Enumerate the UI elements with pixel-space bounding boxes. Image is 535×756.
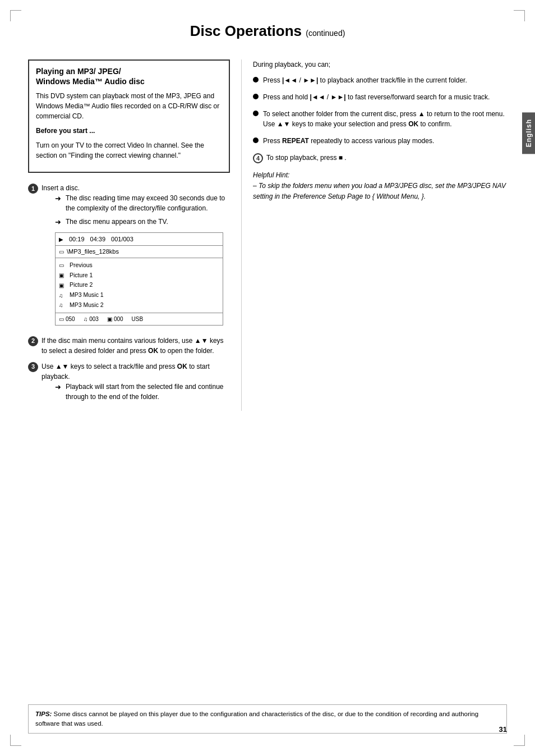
right-intro: During playback, you can; xyxy=(253,59,507,70)
corner-bl xyxy=(10,735,21,746)
helpful-hint: Helpful Hint: – To skip the folders menu… xyxy=(253,170,507,203)
file-folder-icon: ▭ xyxy=(59,261,67,269)
hint-title: Helpful Hint: xyxy=(253,170,507,181)
file-image-icon-2: ▣ xyxy=(59,281,67,290)
disc-status-image-val: 000 xyxy=(114,315,123,323)
step-1-content: Insert a disc. ➜ The disc reading time m… xyxy=(41,183,230,329)
bullet-2: Press and hold |◄◄ / ►►| to fast reverse… xyxy=(253,92,507,102)
disc-status-row: ▭ 050 ♫ 003 ▣ 000 xyxy=(56,313,223,325)
disc-file-music2: ♫ MP3 Music 2 xyxy=(59,300,219,310)
file-pic2-label: Picture 2 xyxy=(70,281,93,290)
page-title: Disc Operations (continued) xyxy=(0,17,535,48)
section-title: Playing an MP3/ JPEG/ Windows Media™ Aud… xyxy=(36,66,222,86)
folder-icon-main: ▭ xyxy=(59,248,64,256)
file-previous-label: Previous xyxy=(70,261,93,270)
left-column: Playing an MP3/ JPEG/ Windows Media™ Aud… xyxy=(28,59,241,411)
play-icon: ▶ xyxy=(59,235,63,244)
step-1: 1 Insert a disc. ➜ The disc reading time… xyxy=(28,183,230,329)
section-intro: This DVD system can playback most of the… xyxy=(36,91,222,121)
step-4-text: To stop playback, press ■ . xyxy=(266,154,347,162)
file-pic1-label: Picture 1 xyxy=(70,271,93,280)
disc-status-usb-label: USB xyxy=(132,315,144,323)
bullet-1: Press |◄◄ / ►►| to playback another trac… xyxy=(253,75,507,85)
corner-tl xyxy=(10,10,21,21)
file-music2-label: MP3 Music 2 xyxy=(70,301,104,310)
disc-file-pic1: ▣ Picture 1 xyxy=(59,271,219,281)
file-music-icon-2: ♫ xyxy=(59,301,67,309)
arrow-icon-1: ➜ xyxy=(55,193,63,204)
bullet-3: To select another folder from the curren… xyxy=(253,109,507,129)
disc-status-usb: USB xyxy=(132,315,144,323)
file-music-icon-1: ♫ xyxy=(59,291,67,300)
bullet-3-content: To select another folder from the curren… xyxy=(263,109,507,129)
disc-status-music: ♫ 003 xyxy=(84,315,99,323)
step-4-content: To stop playback, press ■ . xyxy=(266,153,507,163)
tips-box: TIPS: Some discs cannot be played on thi… xyxy=(28,704,507,734)
before-start-text: Turn on your TV to the correct Video In … xyxy=(36,140,222,161)
title-text: Disc Operations xyxy=(190,22,302,39)
disc-status-image: ▣ 000 xyxy=(107,315,123,323)
disc-status-folder-icon: ▭ xyxy=(59,315,64,323)
page-number: 31 xyxy=(499,725,507,734)
step-1-arrow-2: ➜ The disc menu appears on the TV. xyxy=(55,217,230,228)
step-1-arrow-1: ➜ The disc reading time may exceed 30 se… xyxy=(55,193,230,213)
arrow-icon-3: ➜ xyxy=(55,382,63,393)
tips-text: Some discs cannot be played on this play… xyxy=(35,711,478,727)
hint-text: – To skip the folders menu when you load… xyxy=(253,181,507,202)
step-3-arrow-text: Playback will start from the selected fi… xyxy=(66,382,230,402)
right-column: During playback, you can; Press |◄◄ / ►►… xyxy=(241,59,507,411)
tips-label: TIPS: xyxy=(35,711,52,717)
step-4-num: 4 xyxy=(253,153,263,163)
arrow-icon-2: ➜ xyxy=(55,217,63,228)
step-1-text: Insert a disc. xyxy=(41,184,80,192)
disc-files-area: ▭ Previous ▣ Picture 1 ▣ Picture 2 xyxy=(56,258,223,313)
disc-file-pic2: ▣ Picture 2 xyxy=(59,280,219,290)
corner-tr xyxy=(514,10,525,21)
disc-status-folder-val: 050 xyxy=(66,315,75,323)
step-4: 4 To stop playback, press ■ . xyxy=(253,153,507,163)
disc-folder-name: \MP3_files_128kbs xyxy=(67,247,119,256)
bullet-circle-1 xyxy=(253,77,259,83)
file-image-icon-1: ▣ xyxy=(59,271,67,280)
disc-file-previous: ▭ Previous xyxy=(59,260,219,271)
step-3-num: 3 xyxy=(28,362,38,372)
disc-status-image-icon: ▣ xyxy=(107,315,112,323)
step-3-arrow: ➜ Playback will start from the selected … xyxy=(55,382,230,402)
step-3-text: Use ▲▼ keys to select a track/file and p… xyxy=(41,363,210,381)
bullet-circle-2 xyxy=(253,94,259,99)
content-area: Playing an MP3/ JPEG/ Windows Media™ Aud… xyxy=(0,48,535,422)
corner-br xyxy=(514,735,525,746)
bullet-circle-4 xyxy=(253,138,259,143)
step-2-content: If the disc main menu contains various f… xyxy=(41,336,230,356)
disc-folder-row: ▭ \MP3_files_128kbs xyxy=(56,246,223,258)
section-box: Playing an MP3/ JPEG/ Windows Media™ Aud… xyxy=(28,59,230,173)
step-3: 3 Use ▲▼ keys to select a track/file and… xyxy=(28,361,230,405)
step-2-text: If the disc main menu contains various f… xyxy=(41,337,224,355)
disc-status-music-val: 003 xyxy=(89,315,99,323)
bullet-circle-3 xyxy=(253,111,259,116)
bullet-2-content: Press and hold |◄◄ / ►►| to fast reverse… xyxy=(263,92,507,102)
disc-status-folder: ▭ 050 xyxy=(59,315,75,323)
bullet-4-content: Press REPEAT repeatedly to access variou… xyxy=(263,136,507,146)
disc-track: 001/003 xyxy=(111,235,133,244)
step-2: 2 If the disc main menu contains various… xyxy=(28,336,230,356)
page: English Disc Operations (continued) Play… xyxy=(0,0,535,756)
disc-display: ▶ 00:19 04:39 001/003 ▭ \MP3_files_128kb… xyxy=(55,232,223,326)
disc-time: 00:19 xyxy=(69,235,85,244)
step-1-arrow-1-text: The disc reading time may exceed 30 seco… xyxy=(66,193,230,213)
bullet-1-content: Press |◄◄ / ►►| to playback another trac… xyxy=(263,75,507,85)
continued-text: (continued) xyxy=(306,29,345,38)
file-music1-label: MP3 Music 1 xyxy=(70,291,104,300)
disc-status-music-icon: ♫ xyxy=(84,315,88,323)
disc-duration: 04:39 xyxy=(90,235,106,244)
step-3-content: Use ▲▼ keys to select a track/file and p… xyxy=(41,361,230,405)
step-1-num: 1 xyxy=(28,184,38,194)
disc-display-header: ▶ 00:19 04:39 001/003 xyxy=(56,233,223,246)
english-tab: English xyxy=(522,112,535,154)
step-1-arrow-2-text: The disc menu appears on the TV. xyxy=(66,217,168,227)
step-2-num: 2 xyxy=(28,336,38,346)
before-start-label: Before you start ... xyxy=(36,126,222,136)
bullet-4: Press REPEAT repeatedly to access variou… xyxy=(253,136,507,146)
disc-file-music1: ♫ MP3 Music 1 xyxy=(59,290,219,300)
